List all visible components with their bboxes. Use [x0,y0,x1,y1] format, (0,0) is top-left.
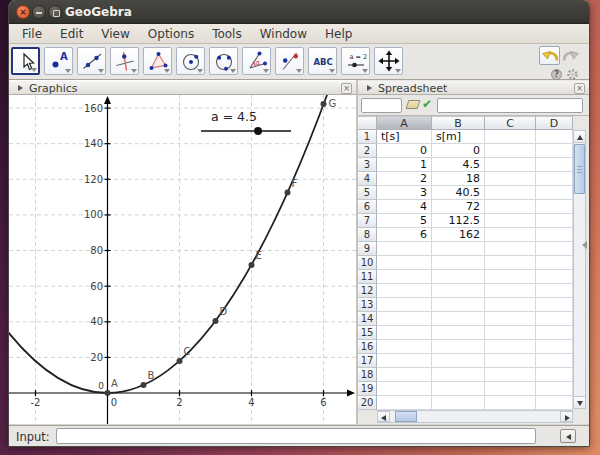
slider-handle[interactable] [254,127,262,135]
help-icon[interactable]: ? [551,69,562,80]
row-header[interactable]: 3 [358,158,377,172]
select-all-corner[interactable] [358,116,377,130]
spreadsheet-cell[interactable] [485,298,536,312]
spreadsheet-cell[interactable] [432,396,485,410]
row-header[interactable]: 10 [358,256,377,270]
vertical-scroll-thumb[interactable] [574,144,585,194]
cell-name-box[interactable] [361,98,402,113]
vertical-scrollbar[interactable] [573,130,586,409]
spreadsheet-cell[interactable] [536,228,573,242]
spreadsheet-cell[interactable] [536,312,573,326]
undo-button[interactable] [539,46,560,65]
spreadsheet-cell[interactable] [536,214,573,228]
spreadsheet-cell[interactable]: t[s] [377,130,432,144]
spreadsheet-cell[interactable]: 6 [377,228,432,242]
graph-points[interactable] [105,101,327,396]
panel-menu-arrow-icon[interactable] [367,85,372,91]
spreadsheet-cell[interactable] [377,368,432,382]
spreadsheet-cell[interactable] [377,312,432,326]
slider-tool-button[interactable]: a = 2 [341,47,370,75]
spreadsheet-cell[interactable] [432,256,485,270]
spreadsheet-cell[interactable] [536,200,573,214]
spreadsheet-cell[interactable] [536,172,573,186]
horizontal-scrollbar[interactable] [377,410,573,423]
spreadsheet-cell[interactable] [432,270,485,284]
spreadsheet-cell[interactable] [536,284,573,298]
eraser-icon[interactable] [406,100,421,109]
command-input[interactable] [56,428,536,444]
point-tool-button[interactable]: A [44,47,73,75]
menu-window[interactable]: Window [251,25,316,43]
column-header-B[interactable]: B [432,116,485,130]
spreadsheet-cell[interactable] [485,228,536,242]
collapse-panel-icon[interactable] [582,241,587,249]
spreadsheet-cell[interactable] [485,382,536,396]
row-header[interactable]: 6 [358,200,377,214]
spreadsheet-cell[interactable] [536,256,573,270]
row-header[interactable]: 14 [358,312,377,326]
row-header[interactable]: 15 [358,326,377,340]
title-bar[interactable]: × GeoGebra [9,0,589,24]
spreadsheet-cell[interactable] [536,326,573,340]
menu-help[interactable]: Help [316,25,361,43]
row-header[interactable]: 4 [358,172,377,186]
conic-tool-button[interactable] [209,47,238,75]
spreadsheet-cell[interactable] [377,340,432,354]
graphics-canvas[interactable]: 160 140 120 100 80 60 40 20 0 -2 0 2 4 6 [9,95,356,424]
spreadsheet-cell[interactable]: 3 [377,186,432,200]
spreadsheet-cell[interactable] [485,214,536,228]
spreadsheet-cell[interactable] [432,312,485,326]
spreadsheet-cell[interactable]: 18 [432,172,485,186]
spreadsheet-cell[interactable] [485,340,536,354]
spreadsheet-cell[interactable]: 4.5 [432,158,485,172]
scroll-left-button[interactable] [377,411,390,422]
spreadsheet-cell[interactable] [536,340,573,354]
spreadsheet-cell[interactable] [377,242,432,256]
row-header[interactable]: 17 [358,354,377,368]
spreadsheet-cell[interactable] [377,382,432,396]
spreadsheet-cell[interactable]: 162 [432,228,485,242]
spreadsheet-cell[interactable] [377,326,432,340]
spreadsheet-cell[interactable]: s[m] [432,130,485,144]
input-help-toggle-button[interactable] [560,429,576,443]
spreadsheet-cell[interactable]: 4 [377,200,432,214]
spreadsheet-cell[interactable]: 0 [377,144,432,158]
spreadsheet-cell[interactable] [432,242,485,256]
slider-a[interactable]: a = 4.5 [201,109,291,135]
row-header[interactable]: 11 [358,270,377,284]
panel-menu-arrow-icon[interactable] [18,85,23,91]
menu-options[interactable]: Options [139,25,203,43]
text-tool-button[interactable]: ABC [308,47,337,75]
spreadsheet-cell[interactable] [536,186,573,200]
spreadsheet-cell[interactable] [536,270,573,284]
scroll-down-button[interactable] [573,396,586,409]
spreadsheet-cell[interactable] [485,172,536,186]
spreadsheet-cell[interactable] [432,284,485,298]
menu-file[interactable]: File [13,25,51,43]
formula-input[interactable] [437,98,583,113]
spreadsheet-cell[interactable]: 2 [377,172,432,186]
row-header[interactable]: 1 [358,130,377,144]
spreadsheet-cell[interactable]: 112.5 [432,214,485,228]
spreadsheet-cell[interactable] [485,242,536,256]
spreadsheet-cell[interactable] [432,368,485,382]
menu-view[interactable]: View [92,25,138,43]
spreadsheet-cell[interactable] [485,130,536,144]
column-header-C[interactable]: C [485,116,536,130]
row-header[interactable]: 2 [358,144,377,158]
move-tool-button[interactable] [11,47,40,75]
spreadsheet-cell[interactable] [536,354,573,368]
spreadsheet-cell[interactable] [377,256,432,270]
spreadsheet-cell[interactable] [485,284,536,298]
circle-tool-button[interactable] [176,47,205,75]
spreadsheet-cell[interactable] [485,270,536,284]
row-header[interactable]: 5 [358,186,377,200]
row-header[interactable]: 20 [358,396,377,410]
spreadsheet-cell[interactable] [536,298,573,312]
spreadsheet-cell[interactable] [536,382,573,396]
spreadsheet-cell[interactable] [536,158,573,172]
maximize-window-icon[interactable] [48,5,62,19]
spreadsheet-cell[interactable] [432,340,485,354]
spreadsheet-cell[interactable] [432,326,485,340]
column-header-D[interactable]: D [536,116,573,130]
